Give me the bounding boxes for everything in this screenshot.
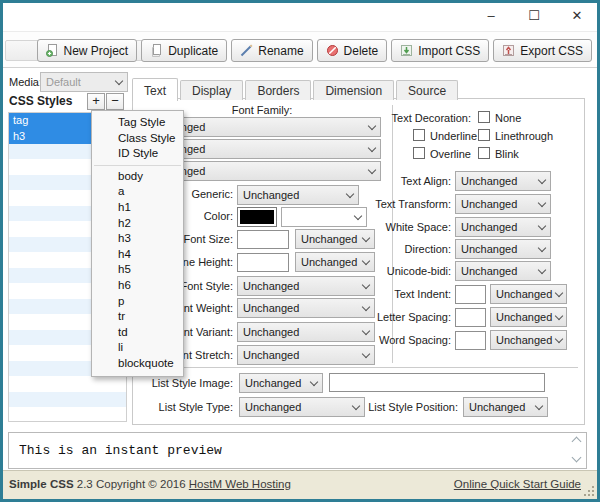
chevron-down-icon [538,243,546,251]
menu-item-h6[interactable]: h6 [92,278,183,294]
chevron-down-icon [310,377,318,385]
letter-spacing-unit-value: Unchanged [496,311,552,323]
list-style-image-select[interactable]: Unchanged [239,373,323,393]
rename-label: Rename [258,44,303,58]
letter-spacing-unit-select[interactable]: Unchanged [490,307,567,327]
chevron-down-icon [362,349,370,357]
rename-button[interactable]: Rename [231,39,312,62]
direction-label: Direction: [331,243,451,255]
list-style-type-value: Unchanged [245,401,301,413]
menu-item-class-style[interactable]: Class Style [92,131,183,147]
unicode-bidi-label: Unicode-bidi: [331,265,451,277]
font-stretch-select[interactable]: Unchanged [237,345,375,365]
list-style-position-select[interactable]: Unchanged [463,397,548,417]
add-style-button[interactable]: + [87,93,105,110]
tab-source[interactable]: Source [396,80,458,100]
menu-item-blockquote[interactable]: blockquote [92,356,183,372]
scroll-up-icon[interactable] [571,437,581,447]
white-space-select[interactable]: Unchanged [455,217,551,237]
white-space-label: White Space: [331,221,451,233]
list-style-divider [139,367,578,368]
menu-item-p[interactable]: p [92,294,183,310]
tab-text[interactable]: Text [132,78,178,101]
letter-spacing-input[interactable] [455,308,486,327]
text-indent-unit-value: Unchanged [496,288,552,300]
duplicate-label: Duplicate [168,44,218,58]
unicode-bidi-select[interactable]: Unchanged [455,261,551,281]
import-icon [400,44,413,57]
menu-item-h3[interactable]: h3 [92,231,183,247]
menu-item-tag-style[interactable]: Tag Style [92,115,183,131]
word-spacing-unit-select[interactable]: Unchanged [490,330,567,350]
export-css-label: Export CSS [520,44,583,58]
close-icon[interactable]: ✕ [569,8,585,23]
rename-icon [240,44,253,57]
menu-item-h5[interactable]: h5 [92,262,183,278]
decoration-blink-checkbox[interactable] [478,147,490,159]
scroll-down-icon[interactable] [571,453,581,463]
chevron-down-icon [354,211,362,219]
tab-dimension[interactable]: Dimension [313,80,394,100]
letter-spacing-label: Letter Spacing: [331,311,451,323]
status-bar: Simple CSS 2.3 Copyright © 2016 HostM We… [3,470,597,499]
decoration-blink-label: Blink [495,148,519,160]
export-css-button[interactable]: Export CSS [493,39,592,62]
color-swatch[interactable] [237,207,277,227]
direction-value: Unchanged [461,243,517,255]
menu-item-tr[interactable]: tr [92,309,183,325]
list-style-type-select[interactable]: Unchanged [239,397,365,417]
preview-scrollbar[interactable] [569,433,583,468]
text-align-select[interactable]: Unchanged [455,171,551,191]
tab-borders[interactable]: Borders [245,80,311,100]
minimize-icon[interactable]: – [483,8,499,23]
status-text: Simple CSS 2.3 Copyright © 2016 HostM We… [9,478,291,490]
text-indent-unit-select[interactable]: Unchanged [490,284,567,304]
import-css-button[interactable]: Import CSS [391,39,489,62]
decoration-overline-checkbox[interactable] [413,147,425,159]
decoration-none-checkbox[interactable] [478,111,490,123]
text-align-value: Unchanged [461,175,517,187]
remove-style-button[interactable]: − [106,93,124,110]
font-size-input[interactable] [237,230,289,249]
decoration-linethrough-checkbox[interactable] [478,129,490,141]
maximize-icon[interactable]: ☐ [526,8,542,23]
list-style-image-url-input[interactable] [329,373,545,392]
word-spacing-input[interactable] [455,331,486,350]
menu-item-h4[interactable]: h4 [92,247,183,263]
word-spacing-label: Word Spacing: [331,334,451,346]
resize-grip-icon[interactable] [584,486,594,496]
unicode-bidi-value: Unchanged [461,265,517,277]
text-transform-select[interactable]: Unchanged [455,194,551,214]
preview-text: This is an instant preview [19,443,222,458]
text-transform-label: Text Transform: [331,198,451,210]
list-style-position-value: Unchanged [469,401,525,413]
media-select[interactable]: Default [40,72,128,92]
vendor-link[interactable]: HostM Web Hosting [189,478,291,490]
direction-select[interactable]: Unchanged [455,239,551,259]
menu-item-td[interactable]: td [92,325,183,341]
new-project-button[interactable]: New Project [37,39,138,62]
chevron-down-icon [362,302,370,310]
chevron-down-icon [368,165,376,173]
chevron-down-icon [555,288,563,296]
text-indent-input[interactable] [455,285,486,304]
text-tab-panel: Font Family: Unchanged Unchanged Unchang… [132,98,585,425]
list-style-type-label: List Style Type: [138,401,233,413]
delete-button[interactable]: Delete [317,39,388,62]
menu-item-h2[interactable]: h2 [92,216,183,232]
chevron-down-icon [555,334,563,342]
menu-item-body[interactable]: body [92,169,183,185]
decoration-none-label: None [495,112,521,124]
tab-display[interactable]: Display [180,80,243,100]
tab-bar: Text Display Borders Dimension Source [132,77,460,100]
duplicate-icon [150,44,163,57]
quick-start-guide-link[interactable]: Online Quick Start Guide [454,478,581,490]
menu-item-h1[interactable]: h1 [92,200,183,216]
duplicate-button[interactable]: Duplicate [141,39,227,62]
menu-item-li[interactable]: li [92,340,183,356]
line-height-input[interactable] [237,253,289,272]
menu-item-a[interactable]: a [92,184,183,200]
menu-item-id-style[interactable]: ID Style [92,146,183,162]
decoration-underline-checkbox[interactable] [413,129,425,141]
chevron-down-icon [538,265,546,273]
